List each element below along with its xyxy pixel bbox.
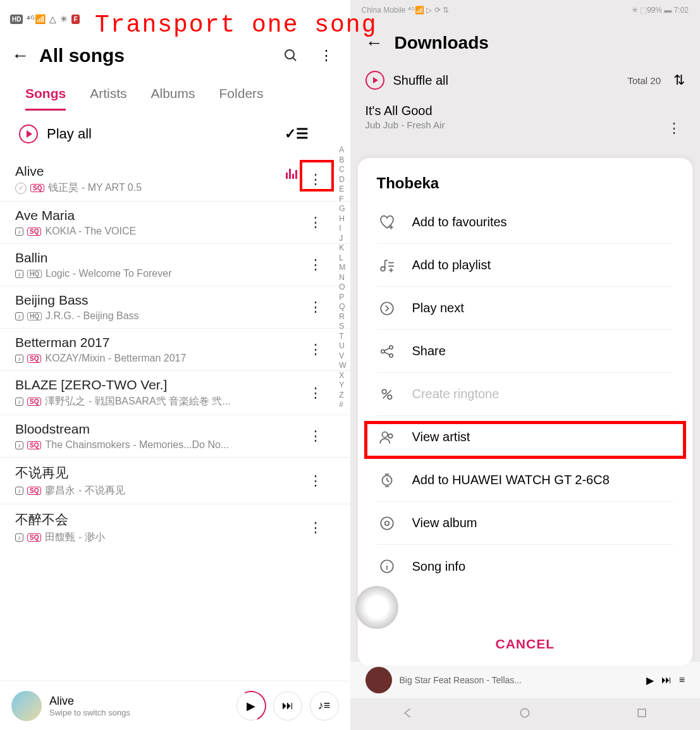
alpha-letter[interactable]: S [339,322,346,331]
alpha-letter[interactable]: P [339,293,346,301]
alpha-letter[interactable]: A [339,145,346,154]
sd-badge: ♪ [15,355,23,363]
queue-button[interactable]: ♪≡ [310,691,339,721]
alpha-letter[interactable]: Y [339,380,346,389]
battery-label: 99% [647,6,662,15]
tab-songs[interactable]: Songs [25,86,66,111]
nav-recent-icon[interactable] [636,707,648,722]
song-list: Alive ✓ SQ 钱正昊 - MY ART 0.5 ⋮Ave Maria ♪… [0,157,350,551]
sheet-item-heart[interactable]: Add to favourites [377,201,674,244]
sheet-item-share[interactable]: Share [377,330,674,373]
warning-icon: △ [49,14,56,24]
alpha-letter[interactable]: X [339,371,346,380]
shuffle-row[interactable]: Shuffle all Total 20 ⇅ [350,66,701,95]
multiselect-icon[interactable]: ✓☰ [285,126,309,142]
play-icon[interactable] [19,125,38,143]
alpha-letter[interactable]: U [339,341,346,350]
song-more-icon[interactable]: ⋮ [309,221,322,225]
alpha-letter[interactable]: L [339,253,346,262]
alpha-letter[interactable]: Z [339,391,346,399]
sheet-item-watch[interactable]: Add to HUAWEI WATCH GT 2-6C8 [377,459,674,502]
song-more-icon[interactable]: ⋮ [309,525,322,530]
alpha-letter[interactable]: E [339,185,346,193]
now-playing-art [11,691,42,721]
tab-artists[interactable]: Artists [90,86,126,111]
sq-badge: SQ [27,441,41,449]
song-meta: ♪ SQ The Chainsmokers - Memories...Do No… [15,439,304,451]
song-more-icon[interactable]: ⋮ [309,348,322,352]
nav-back-icon[interactable] [402,707,415,722]
tab-albums[interactable]: Albums [151,86,195,111]
alpha-letter[interactable]: Q [339,302,346,311]
nav-home-icon[interactable] [519,707,531,722]
song-row[interactable]: Beijing Bass ♪ HQ J.R.G. - Beijing Bass … [0,286,350,329]
song-row[interactable]: Bloodstream ♪ SQ The Chainsmokers - Memo… [0,415,350,458]
mini-player[interactable]: Big Star Feat Reason - Tellas... ▶ ⏭ ≡ [350,662,701,698]
alpha-letter[interactable]: K [339,243,346,252]
sheet-item-playlist[interactable]: Add to playlist [377,244,674,287]
sheet-item-playnext[interactable]: Play next [377,287,674,330]
song-more-icon[interactable]: ⋮ [309,434,322,439]
equalizer-icon [286,169,297,179]
bg-song-more-icon[interactable]: ⋮ [667,126,681,131]
shuffle-play-icon[interactable] [365,71,384,90]
song-row[interactable]: Ballin ♪ HQ Logic - Welcome To Forever ⋮ [0,244,350,286]
song-title: Ave Maria [15,208,304,223]
song-row[interactable]: 不说再见 ♪ SQ 廖昌永 - 不说再见 ⋮ [0,458,350,504]
sq-badge: SQ [27,355,41,363]
song-row[interactable]: Ave Maria ♪ SQ KOKIA - The VOICE ⋮ [0,202,350,244]
now-playing-bar[interactable]: Alive Swipe to switch songs ▶ ⏭ ♪≡ [0,681,350,730]
mini-play-icon[interactable]: ▶ [646,674,654,686]
alpha-letter[interactable]: W [339,361,346,370]
more-icon[interactable]: ⋮ [314,43,339,68]
song-row[interactable]: BLAZE [ZERO-TWO Ver.] ♪ SQ 澤野弘之 - 戦国BASA… [0,371,350,415]
alpha-letter[interactable]: H [339,214,346,223]
back-icon[interactable]: ← [11,46,29,66]
alpha-letter[interactable]: O [339,283,346,291]
play-button[interactable]: ▶ [236,691,266,721]
song-more-icon[interactable]: ⋮ [309,391,322,395]
svg-line-1 [293,58,296,61]
alpha-letter[interactable]: B [339,155,346,164]
alpha-letter[interactable]: R [339,312,346,321]
tab-folders[interactable]: Folders [219,86,264,111]
song-more-icon[interactable]: ⋮ [309,478,322,483]
next-button[interactable]: ⏭ [273,691,302,721]
alpha-letter[interactable]: G [339,204,346,213]
cancel-button[interactable]: CANCEL [358,623,693,666]
phone-left: HD ⁴ᴳ📶 △ ✳ F ← All songs ⋮ Songs Artists… [0,0,350,730]
svg-point-0 [285,50,294,59]
play-all-row[interactable]: Play all ✓☰ [0,111,350,157]
sort-icon[interactable]: ⇅ [673,72,685,88]
sheet-title: Thobeka [358,174,693,201]
sheet-item-album[interactable]: View album [377,502,674,545]
song-more-icon[interactable]: ⋮ [309,263,322,267]
alpha-letter[interactable]: M [339,263,346,272]
song-title: BLAZE [ZERO-TWO Ver.] [15,377,304,392]
sheet-item-label: Play next [412,301,464,315]
alpha-letter[interactable]: C [339,165,346,174]
sheet-item-info[interactable]: Song info [377,545,674,588]
song-title: 不醉不会 [15,511,304,528]
alpha-letter[interactable]: N [339,273,346,282]
song-row[interactable]: 不醉不会 ♪ SQ 田馥甄 - 渺小 ⋮ [0,504,350,551]
sd-badge: ♪ [15,228,23,236]
verified-icon: ✓ [15,183,27,194]
alpha-index[interactable]: ABCDEFGHIJKLMNOPQRSTUVWXYZ# [339,145,346,409]
alpha-letter[interactable]: V [339,351,346,360]
header-right: ← Downloads [350,20,701,66]
alpha-letter[interactable]: J [339,234,346,243]
alpha-letter[interactable]: T [339,332,346,341]
sd-badge: ♪ [15,270,23,278]
mini-queue-icon[interactable]: ≡ [679,674,685,686]
alpha-letter[interactable]: F [339,195,346,204]
alpha-letter[interactable]: I [339,224,346,233]
song-more-icon[interactable]: ⋮ [309,305,322,310]
alpha-letter[interactable]: # [339,400,346,409]
search-icon[interactable] [278,43,304,68]
song-row[interactable]: Betterman 2017 ♪ SQ KOZAY/Mixin - Better… [0,329,350,371]
alpha-letter[interactable]: D [339,175,346,184]
song-row[interactable]: Alive ✓ SQ 钱正昊 - MY ART 0.5 ⋮ [0,157,350,202]
virtual-home-button[interactable] [355,586,398,629]
mini-next-icon[interactable]: ⏭ [661,674,672,686]
